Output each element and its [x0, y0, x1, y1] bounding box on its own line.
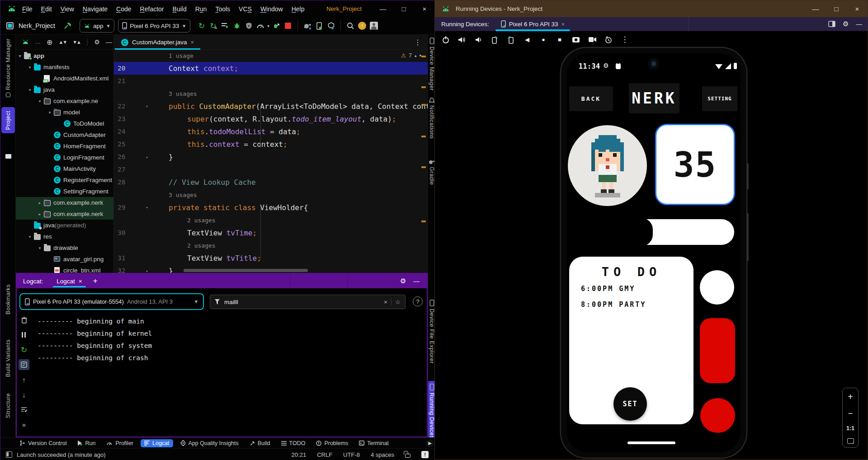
code-line-24[interactable]: 24 this.todoModelList = data; [114, 125, 428, 138]
screenshot-icon[interactable] [571, 34, 581, 45]
home-icon[interactable]: ● [538, 34, 549, 45]
favorite-filter-icon[interactable]: ☆ [391, 298, 401, 305]
avatar[interactable] [568, 125, 647, 206]
toolwindow-button-logcat[interactable]: Logcat [141, 439, 173, 447]
todo-item[interactable]: 6:00PM GMY [581, 285, 635, 293]
lock-open-icon[interactable] [405, 454, 410, 458]
toolwindow-button-profiler[interactable]: Profiler [103, 439, 137, 447]
code-line-21[interactable]: 21 [114, 75, 428, 87]
maximize-button[interactable]: □ [826, 1, 847, 17]
menu-file[interactable]: File [22, 5, 33, 13]
record-icon[interactable] [587, 34, 598, 45]
warning-mark[interactable] [421, 56, 426, 57]
tree-item-com-example-ne[interactable]: ▾ com.example.ne [16, 95, 114, 107]
warning-mark[interactable] [421, 221, 426, 222]
locate-file-icon[interactable]: ⊕ [47, 38, 52, 47]
hide-panel-icon[interactable]: — [106, 38, 112, 46]
more-icon[interactable]: ⋮ [619, 34, 630, 45]
back-icon[interactable]: ◀ [522, 34, 533, 45]
sdk-manager-icon[interactable] [325, 20, 337, 32]
rotate-right-icon[interactable] [505, 34, 516, 45]
close-button[interactable]: × [847, 1, 868, 17]
red-rect-button[interactable] [700, 318, 735, 383]
zoom-reset-button[interactable]: 1:1 [846, 425, 854, 432]
volume-down-icon[interactable] [473, 34, 484, 45]
pause-logcat-icon[interactable] [19, 329, 29, 340]
close-button[interactable]: × [414, 1, 435, 17]
update-available-icon[interactable]: ↑ [356, 20, 368, 32]
menu-vcs[interactable]: VCS [239, 5, 252, 13]
gear-icon[interactable]: ⚙ [843, 20, 849, 28]
toolwindow-button-version-control[interactable]: Version Control [16, 439, 70, 447]
restart-logcat-icon[interactable]: ↻ [19, 344, 29, 355]
hide-panel-icon[interactable]: — [414, 278, 420, 285]
zoom-in-button[interactable]: + [848, 392, 853, 402]
stripe-build-variants[interactable]: Build Variants [0, 339, 16, 377]
tree-item-circle-btn-xml[interactable]: circle_btn.xml [16, 265, 114, 273]
tool-window-toggle-icon[interactable] [6, 451, 12, 458]
close-tab-icon[interactable]: × [191, 39, 194, 46]
white-circle-button[interactable] [700, 270, 734, 305]
code-line-23[interactable]: 23 super(context, R.layout.todo_item_lay… [114, 113, 428, 125]
toolwindow-button-terminal[interactable]: Terminal [355, 439, 392, 447]
code-line-27[interactable]: 27 [114, 163, 428, 176]
toolwindow-button-build[interactable]: Build [246, 439, 274, 447]
zoom-fit-button[interactable] [847, 438, 854, 444]
code-line-22[interactable]: 22 ▾ public CustomAdapter(ArrayList<ToDo… [114, 100, 428, 113]
clear-filter-icon[interactable]: × [384, 299, 387, 305]
fold-marker-icon[interactable]: ▾ [141, 205, 153, 210]
tree-item-loginfragment[interactable]: C LoginFragment [16, 152, 114, 163]
menu-refactor[interactable]: Refactor [140, 5, 164, 13]
more-tools-icon[interactable]: » [19, 419, 29, 430]
tree-item-app[interactable]: ▾ app [16, 50, 114, 61]
hide-panel-icon[interactable]: — [856, 21, 863, 28]
close-tab-icon[interactable]: × [561, 21, 565, 28]
device-manager-icon[interactable] [313, 20, 325, 32]
status-segment[interactable]: 4 spaces [371, 451, 394, 458]
status-segment[interactable]: CRLF [317, 451, 332, 458]
tool-window-icon[interactable] [0, 93, 16, 97]
back-button[interactable]: BACK [569, 86, 613, 111]
gear-icon[interactable]: ⚙ [400, 277, 406, 285]
clear-logcat-icon[interactable] [19, 314, 29, 325]
logcat-filter-input[interactable]: mailll × ☆ [210, 295, 406, 309]
run-list-icon[interactable] [219, 20, 231, 32]
project-widget-icon[interactable] [4, 20, 16, 32]
search-icon[interactable] [344, 20, 356, 32]
usage-hint[interactable]: 2 usages [114, 214, 428, 226]
overview-icon[interactable]: ■ [554, 34, 565, 45]
stripe-resource-manager[interactable]: Resource Manager [0, 38, 16, 90]
power-button[interactable] [746, 163, 749, 189]
todo-item[interactable]: 8:00PM PARTY [581, 300, 646, 309]
fold-marker-icon[interactable]: ▴ [141, 268, 153, 273]
code-line-31[interactable]: 31 TextView tvTitle; [114, 252, 428, 264]
gear-icon[interactable]: ⚙ [94, 38, 100, 46]
maximize-button[interactable]: □ [393, 1, 414, 17]
fold-marker-icon[interactable]: ▴ [141, 155, 153, 159]
status-segment[interactable]: UTF-8 [343, 451, 360, 458]
menu-run[interactable]: Run [195, 5, 207, 13]
snapshot-icon[interactable] [603, 34, 614, 45]
logcat-tab[interactable]: Logcat × [52, 274, 86, 288]
code-line-26[interactable]: 26 ▴ } [114, 150, 428, 163]
help-icon[interactable]: ? [413, 296, 423, 306]
logcat-device-dropdown[interactable]: Pixel 6 Pro API 33 (emulator-5554) Andro… [19, 293, 204, 310]
new-tab-icon[interactable]: + [93, 277, 98, 286]
code-line-20[interactable]: 20 Context context; [114, 62, 428, 75]
log-output[interactable]: --------- beginning of main--------- beg… [38, 315, 152, 364]
usage-hint[interactable]: 3 usages [114, 87, 428, 100]
device-tab[interactable]: Pixel 6 Pro API 33 × [495, 17, 570, 31]
attach-debugger-icon[interactable] [270, 20, 282, 32]
fold-marker-icon[interactable]: ▾ [141, 104, 153, 108]
code-line-30[interactable]: 30 TextView tvTime; [114, 226, 428, 239]
red-circle-button[interactable] [700, 398, 735, 433]
tree-item-java[interactable]: java (generated) [16, 220, 114, 231]
zoom-out-button[interactable]: − [848, 409, 853, 418]
warning-mark[interactable] [421, 136, 426, 137]
soft-wrap-icon[interactable] [19, 404, 29, 415]
notifications-icon[interactable]: ! [421, 451, 429, 458]
more-toolwindows-icon[interactable]: ▶ [426, 439, 434, 447]
code-line-29[interactable]: 29 ▾ private static class ViewHolder{ [114, 201, 428, 214]
setting-button[interactable]: SETTING [702, 86, 737, 111]
avatar[interactable] [368, 20, 380, 32]
